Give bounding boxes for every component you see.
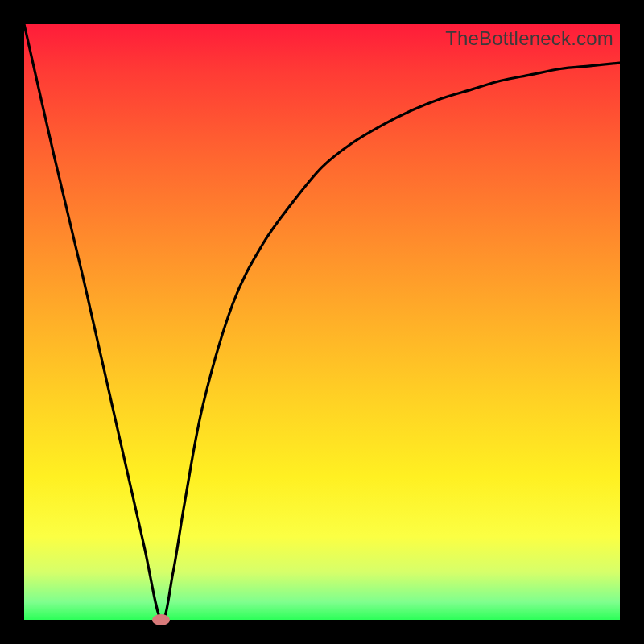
minimum-marker <box>152 614 170 625</box>
plot-area: TheBottleneck.com <box>24 24 620 620</box>
bottleneck-curve <box>24 24 620 620</box>
chart-frame: TheBottleneck.com <box>0 0 644 644</box>
